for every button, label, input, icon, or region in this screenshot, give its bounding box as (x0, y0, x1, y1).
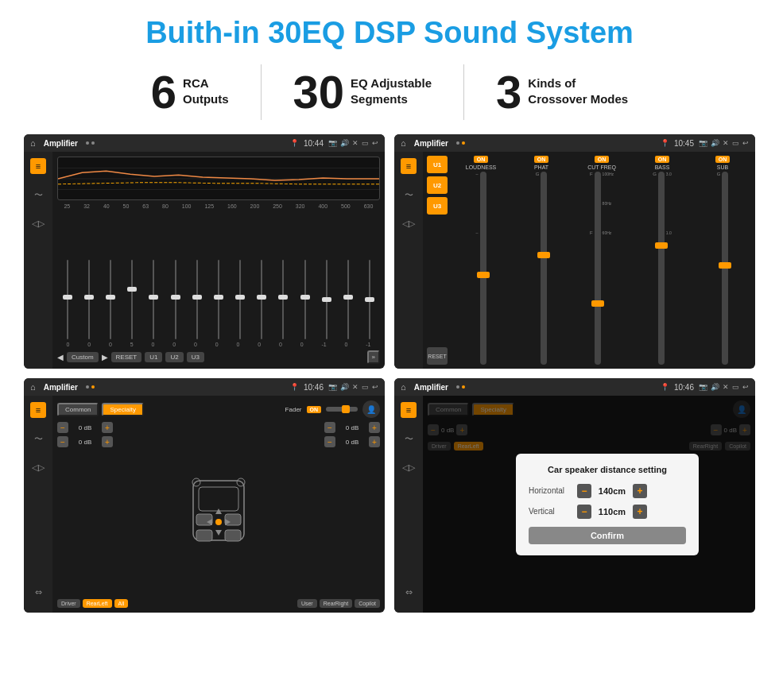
db-val-2: 0 dB (71, 439, 99, 446)
horizontal-plus[interactable]: + (633, 484, 647, 498)
eq-wave-icon[interactable]: 〜 (30, 187, 46, 203)
svg-rect-8 (225, 530, 241, 541)
close-icon-4[interactable]: ✕ (723, 383, 729, 391)
slider-2[interactable] (106, 260, 115, 339)
eq-filter-icon[interactable]: ≡ (30, 158, 46, 174)
vertical-value: 110cm (596, 507, 628, 516)
tab-common[interactable]: Common (57, 403, 99, 416)
btn-rearleft[interactable]: RearLeft (83, 599, 112, 608)
slider-3[interactable] (127, 260, 137, 339)
bass-slider[interactable] (658, 172, 665, 365)
phat-slider[interactable] (541, 172, 547, 365)
dlg-wave-icon[interactable]: 〜 (401, 431, 417, 447)
cutfreq-on[interactable]: ON (595, 156, 610, 163)
btn-user[interactable]: User (297, 599, 317, 608)
slider-13[interactable] (343, 260, 353, 339)
home-icon-2[interactable]: ⌂ (401, 138, 406, 148)
eq-play-btn[interactable]: ▶ (102, 353, 108, 362)
slider-8[interactable] (235, 260, 245, 339)
btn-driver[interactable]: Driver (57, 599, 80, 608)
fader-row: Fader ON (285, 406, 358, 413)
amp-u2-btn[interactable]: U2 (427, 176, 448, 194)
eq-vol-icon[interactable]: ◁▷ (30, 215, 46, 231)
eq-u1-btn[interactable]: U1 (145, 352, 162, 362)
db-minus-1[interactable]: − (57, 422, 68, 433)
confirm-button[interactable]: Confirm (529, 527, 686, 544)
back-icon[interactable]: ↩ (372, 139, 378, 147)
db-plus-2[interactable]: + (102, 436, 113, 447)
eq-prev-btn[interactable]: ◀ (57, 353, 64, 362)
user-icon[interactable]: 👤 (362, 400, 380, 418)
btn-copilot[interactable]: Copilot (355, 599, 380, 608)
slider-6[interactable] (192, 260, 202, 339)
bass-on[interactable]: ON (655, 156, 670, 163)
dlg-expand-icon[interactable]: ⇔ (401, 584, 417, 600)
back-icon-4[interactable]: ↩ (742, 383, 749, 391)
spk-left-controls: − 0 dB + − 0 dB + (57, 422, 113, 595)
slider-5[interactable] (171, 260, 180, 339)
close-icon-2[interactable]: ✕ (723, 139, 729, 147)
home-icon[interactable]: ⌂ (30, 138, 36, 148)
dlg-vol-icon[interactable]: ◁▷ (401, 459, 417, 475)
loudness-on[interactable]: ON (474, 156, 489, 163)
db-row-1: − 0 dB + (57, 422, 113, 433)
spk-wave-icon[interactable]: 〜 (30, 431, 46, 447)
tab-specialty[interactable]: Specialty (102, 403, 143, 416)
db-minus-3[interactable]: − (324, 422, 335, 433)
fader-on-badge[interactable]: ON (307, 406, 322, 413)
dlg-filter-icon[interactable]: ≡ (401, 402, 417, 418)
spk-filter-icon[interactable]: ≡ (30, 402, 46, 418)
eq-u2-btn[interactable]: U2 (165, 352, 183, 362)
home-icon-4[interactable]: ⌂ (401, 382, 406, 392)
amp-u3-btn[interactable]: U3 (427, 197, 448, 215)
amp-wave-icon[interactable]: 〜 (401, 187, 417, 203)
slider-7[interactable] (214, 260, 223, 339)
slider-14[interactable] (365, 260, 374, 339)
horizontal-minus[interactable]: − (577, 484, 591, 498)
loudness-slider[interactable] (480, 172, 486, 365)
back-icon-2[interactable]: ↩ (742, 139, 749, 147)
slider-12[interactable] (322, 260, 331, 339)
btn-rearright[interactable]: RearRight (320, 599, 353, 608)
screen-speaker-card: ⌂ Amplifier 📍 10:46 📷 🔊 ✕ ▭ ↩ (24, 378, 385, 613)
eq-values-row: 00050 00000 00-10-1 (57, 342, 380, 347)
sub-slider[interactable] (722, 172, 728, 365)
eq-u3-btn[interactable]: U3 (187, 352, 204, 362)
amp-reset-btn[interactable]: RESET (427, 347, 448, 365)
slider-11[interactable] (300, 260, 310, 339)
slider-10[interactable] (278, 260, 288, 339)
db-plus-3[interactable]: + (369, 422, 380, 433)
db-plus-1[interactable]: + (102, 422, 113, 433)
dot6 (91, 385, 95, 389)
vertical-plus[interactable]: + (633, 505, 647, 519)
spk-vol-icon[interactable]: ◁▷ (30, 459, 46, 475)
amp-filter-icon[interactable]: ≡ (401, 158, 417, 174)
slider-1[interactable] (84, 260, 94, 339)
slider-9[interactable] (257, 260, 266, 339)
slider-0[interactable] (63, 260, 72, 339)
back-icon-3[interactable]: ↩ (372, 383, 378, 391)
eq-expand-btn[interactable]: » (367, 350, 380, 364)
eq-reset-btn[interactable]: RESET (111, 352, 142, 362)
db-minus-4[interactable]: − (324, 436, 335, 447)
cutfreq-slider[interactable] (595, 172, 601, 365)
fader-handle[interactable] (342, 405, 350, 413)
spk-expand-icon[interactable]: ⇔ (30, 584, 46, 600)
btn-all[interactable]: All (114, 599, 129, 608)
phat-on[interactable]: ON (534, 156, 549, 163)
sub-on[interactable]: ON (715, 156, 731, 163)
db-plus-4[interactable]: + (369, 436, 380, 447)
freq-32: 32 (83, 203, 90, 209)
freq-200: 200 (250, 203, 260, 209)
db-minus-2[interactable]: − (57, 436, 68, 447)
close-icon-3[interactable]: ✕ (352, 383, 358, 391)
amp-u1-btn[interactable]: U1 (427, 156, 448, 173)
amp-vol-icon[interactable]: ◁▷ (401, 215, 417, 231)
eq-custom-btn[interactable]: Custom (67, 352, 99, 362)
close-icon[interactable]: ✕ (352, 139, 358, 147)
amp-sidebar: ≡ 〜 ◁▷ (394, 152, 423, 369)
vertical-minus[interactable]: − (577, 505, 591, 519)
fader-bar[interactable] (326, 407, 358, 412)
home-icon-3[interactable]: ⌂ (30, 382, 36, 392)
slider-4[interactable] (149, 260, 158, 339)
